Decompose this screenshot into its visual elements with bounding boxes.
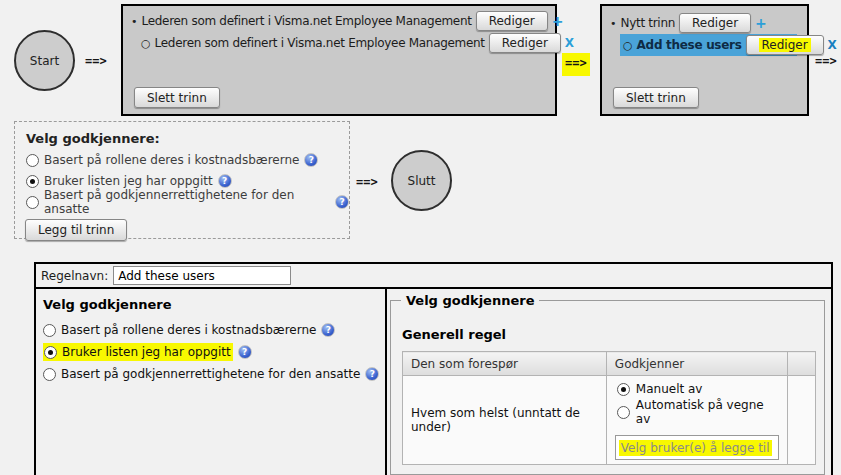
- option-label: Basert på rollene deres i kostnadsbærern…: [61, 323, 316, 337]
- general-rule-heading: Generell regel: [402, 327, 816, 342]
- rule-editor-body: Velg godkjennere Basert på rollene deres…: [36, 289, 831, 475]
- rule-table-header-row: Den som forespør Godkjenner: [403, 352, 816, 376]
- add-step-button[interactable]: Legg til trinn: [25, 219, 127, 241]
- edit-button[interactable]: Rediger: [476, 11, 548, 31]
- radio-roles[interactable]: [26, 154, 39, 167]
- bullet-icon: •: [610, 17, 617, 30]
- rule-name-input[interactable]: [113, 266, 291, 285]
- col-actions: [787, 352, 815, 376]
- help-icon[interactable]: ?: [335, 195, 349, 209]
- add-approver-icon[interactable]: +: [755, 15, 767, 31]
- help-icon[interactable]: ?: [218, 174, 232, 188]
- picker-placeholder: Velg bruker(e) å legge til: [619, 440, 772, 456]
- option-label: Bruker listen jeg har oppgitt: [62, 345, 231, 359]
- edit-button[interactable]: Rediger: [489, 33, 561, 53]
- approver-option-userlist-highlighted: Bruker listen jeg har oppgitt ?: [43, 343, 385, 361]
- sub-bullet-icon: ○: [623, 39, 633, 52]
- step1-subapprover-row: ○ Lederen som definert i Visma.net Emplo…: [141, 32, 555, 54]
- radio-userlist[interactable]: [44, 346, 57, 359]
- approver-cell: Manuelt av Automatisk på vegne av Velg b…: [606, 376, 787, 465]
- rule-editor-panel: Regelnavn: Velg godkjennere Basert på ro…: [34, 262, 833, 475]
- approver-type-panel: Velg godkjennere Basert på rollene deres…: [36, 289, 387, 475]
- bullet-icon: •: [131, 15, 138, 28]
- step1-approver-row: • Lederen som definert i Visma.net Emplo…: [131, 10, 555, 32]
- workflow-step-2: • Nytt trinn Rediger + ○ Add these users…: [600, 4, 809, 116]
- approver-type-chooser: Velg godkjennere: Basert på rollene dere…: [14, 121, 350, 239]
- approver-type-title: Velg godkjennere: [43, 297, 385, 312]
- col-approver: Godkjenner: [606, 352, 787, 376]
- option-label: Manuelt av: [636, 382, 703, 396]
- edit-button-highlighted[interactable]: Rediger: [746, 35, 824, 55]
- start-node: Start: [14, 30, 75, 91]
- workflow-editor: Start ==> • Lederen som definert i Visma…: [0, 0, 841, 475]
- rule-name-label: Regelnavn:: [41, 269, 108, 283]
- remove-approver-icon[interactable]: X: [828, 38, 837, 52]
- option-label: Bruker listen jeg har oppgitt: [44, 174, 213, 188]
- approver-option-roles: Basert på rollene deres i kostnadsbærern…: [43, 321, 385, 339]
- workflow-step-1: • Lederen som definert i Visma.net Emplo…: [121, 4, 557, 116]
- option-label: Automatisk på vegne av: [636, 398, 779, 426]
- flow-arrow-highlighted: ==>: [562, 53, 590, 76]
- approver-fieldset: Velg godkjennere Generell regel Den som …: [390, 293, 825, 475]
- radio-rights[interactable]: [26, 196, 39, 209]
- step2-approver-row: • Nytt trinn Rediger +: [610, 12, 807, 34]
- general-rule-panel: Velg godkjennere Generell regel Den som …: [387, 289, 831, 475]
- flow-arrow: ==>: [85, 54, 107, 68]
- end-node: Slutt: [391, 150, 452, 211]
- option-label: Basert på godkjennerrettighetene for den…: [44, 188, 330, 216]
- requester-cell: Hvem som helst (unntatt de under): [403, 376, 607, 465]
- help-icon[interactable]: ?: [238, 345, 252, 359]
- step1-row1-text: Lederen som definert i Visma.net Employe…: [142, 14, 472, 28]
- step2-row2-text: Add these users: [637, 38, 742, 52]
- help-icon[interactable]: ?: [304, 153, 318, 167]
- col-requester: Den som forespør: [403, 352, 607, 376]
- add-approver-icon[interactable]: +: [552, 13, 564, 29]
- rule-table-row: Hvem som helst (unntatt de under) Manuel…: [403, 376, 816, 465]
- help-icon[interactable]: ?: [365, 367, 379, 381]
- flow-arrow: ==>: [815, 54, 837, 68]
- step1-row2-text: Lederen som definert i Visma.net Employe…: [155, 36, 485, 50]
- approve-manual-option: Manuelt av: [617, 382, 779, 396]
- chooser-option-rights: Basert på godkjennerrettighetene for den…: [26, 193, 349, 211]
- flow-arrow: ==>: [356, 175, 378, 189]
- radio-manual[interactable]: [617, 383, 630, 396]
- option-label: Basert på rollene deres i kostnadsbærern…: [44, 153, 299, 167]
- remove-approver-icon[interactable]: X: [565, 36, 574, 50]
- actions-cell: [787, 376, 815, 465]
- option-label: Basert på godkjennerrettighetene for den…: [61, 367, 360, 381]
- radio-roles[interactable]: [43, 324, 56, 337]
- end-label: Slutt: [408, 174, 436, 188]
- rule-table: Den som forespør Godkjenner Hvem som hel…: [402, 351, 816, 465]
- fieldset-legend: Velg godkjennere: [401, 293, 539, 308]
- delete-step-button[interactable]: Slett trinn: [134, 87, 220, 108]
- radio-userlist[interactable]: [26, 175, 39, 188]
- help-icon[interactable]: ?: [321, 323, 335, 337]
- chooser-title: Velg godkjennere:: [26, 131, 349, 146]
- highlight-marker: Bruker listen jeg har oppgitt: [43, 343, 233, 361]
- rule-name-row: Regelnavn:: [36, 264, 831, 289]
- edit-button[interactable]: Rediger: [679, 13, 751, 33]
- radio-automatic[interactable]: [617, 406, 630, 419]
- user-picker-input[interactable]: Velg bruker(e) å legge til: [615, 435, 779, 460]
- delete-step-button[interactable]: Slett trinn: [613, 87, 699, 108]
- step2-row1-text: Nytt trinn: [621, 16, 676, 30]
- radio-rights[interactable]: [43, 368, 56, 381]
- start-label: Start: [30, 54, 59, 68]
- approver-option-rights: Basert på godkjennerrettighetene for den…: [43, 365, 385, 383]
- sub-bullet-icon: ○: [141, 37, 151, 50]
- approve-auto-option: Automatisk på vegne av: [617, 398, 779, 426]
- chooser-option-roles: Basert på rollene deres i kostnadsbærern…: [26, 151, 349, 169]
- step2-selected-approver-row: ○ Add these users Rediger X: [620, 34, 797, 56]
